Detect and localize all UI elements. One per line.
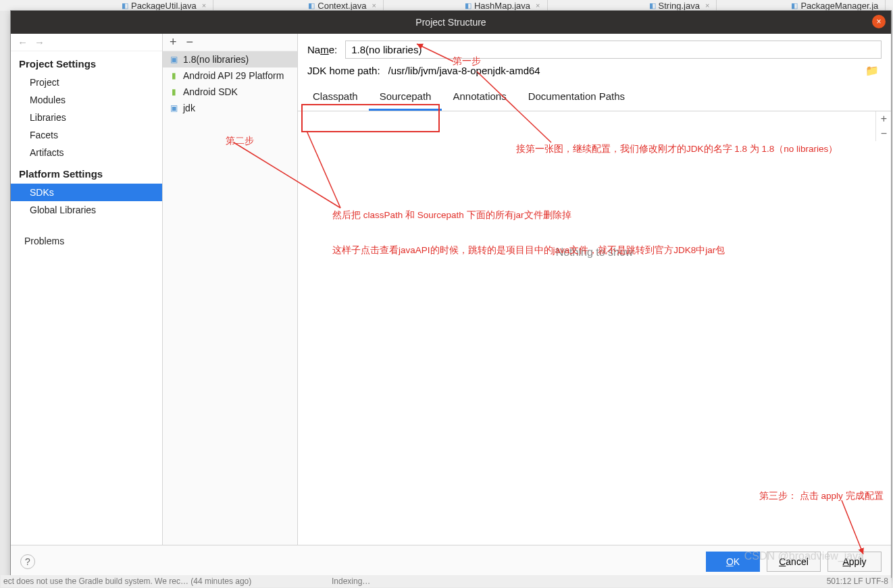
tab-sourcepath[interactable]: Sourcepath — [369, 84, 442, 111]
browse-path-button[interactable]: 📁 — [863, 64, 882, 77]
nav-forward-icon[interactable]: → — [34, 36, 45, 48]
sdk-name-input[interactable] — [345, 41, 882, 59]
project-structure-dialog: Project Structure × ← → Project Settings… — [10, 10, 892, 578]
close-icon[interactable]: × — [705, 1, 709, 9]
add-sdk-button[interactable]: + — [170, 35, 177, 49]
nothing-to-show-label: Nothing to show — [298, 246, 891, 259]
remove-sdk-button[interactable]: − — [186, 35, 194, 49]
background-status-bar: ect does not use the Gradle build system… — [1, 575, 891, 587]
sdk-item[interactable]: ▮Android SDK — [163, 84, 297, 100]
editor-tab[interactable]: ◧PackageManager.ja — [784, 0, 886, 11]
sdk-tabs: Classpath Sourcepath Annotations Documen… — [298, 84, 891, 111]
nav-global-libraries[interactable]: Global Libraries — [11, 201, 162, 219]
help-button[interactable]: ? — [20, 554, 35, 569]
titlebar: Project Structure × — [11, 11, 891, 34]
java-file-icon: ◧ — [465, 1, 471, 10]
sdk-detail-panel: Name: JDK home path: 📁 Classpath Sourcep… — [298, 34, 891, 545]
remove-entry-button[interactable]: − — [876, 126, 892, 141]
close-icon[interactable]: × — [536, 1, 540, 9]
android-icon: ▮ — [168, 71, 179, 80]
jdk-home-path-input[interactable] — [388, 65, 854, 76]
ok-button[interactable]: OK — [706, 552, 760, 572]
nav-libraries[interactable]: Libraries — [11, 109, 162, 126]
dialog-title: Project Structure — [415, 17, 486, 28]
nav-back-icon[interactable]: ← — [18, 36, 28, 48]
add-entry-button[interactable]: + — [876, 111, 892, 126]
name-label: Name: — [307, 44, 337, 55]
folder-icon: ▣ — [168, 55, 179, 64]
nav-modules[interactable]: Modules — [11, 91, 162, 109]
sdk-list-panel: + − ▣1.8(no libraries) ▮Android API 29 P… — [163, 34, 298, 545]
nav-problems[interactable]: Problems — [11, 232, 162, 250]
editor-tabs: ◧PackageUtil.java× ◧Context.java× ◧HashM… — [0, 0, 893, 11]
editor-tab[interactable]: ◧String.java× — [642, 0, 717, 11]
sdk-item[interactable]: ▣1.8(no libraries) — [163, 51, 297, 68]
jdk-home-path-label: JDK home path: — [307, 65, 380, 76]
close-button[interactable]: × — [872, 15, 886, 28]
folder-icon: ▣ — [168, 103, 179, 113]
android-icon: ▮ — [168, 87, 179, 97]
editor-tab[interactable]: ◧PackageUtil.java× — [115, 0, 213, 11]
tab-documentation-paths[interactable]: Documentation Paths — [517, 84, 636, 111]
java-file-icon: ◧ — [791, 1, 798, 10]
tab-classpath[interactable]: Classpath — [302, 84, 369, 111]
java-file-icon: ◧ — [122, 1, 128, 10]
cancel-button[interactable]: Cancel — [767, 552, 821, 572]
close-icon[interactable]: × — [202, 1, 206, 9]
editor-tab[interactable]: ◧HashMap.java× — [458, 0, 548, 11]
java-file-icon: ◧ — [308, 1, 315, 10]
tab-annotations[interactable]: Annotations — [442, 84, 517, 111]
nav-sdks[interactable]: SDKs — [11, 184, 162, 201]
nav-project[interactable]: Project — [11, 74, 162, 91]
java-file-icon: ◧ — [649, 1, 656, 10]
settings-sidebar: ← → Project Settings Project Modules Lib… — [11, 34, 163, 545]
nav-facets[interactable]: Facets — [11, 126, 162, 144]
sdk-item[interactable]: ▮Android API 29 Platform — [163, 68, 297, 84]
nav-artifacts[interactable]: Artifacts — [11, 144, 162, 161]
section-platform-settings: Platform Settings — [11, 161, 162, 184]
tab-content: + − Nothing to show — [298, 111, 891, 545]
editor-tab[interactable]: ◧Context.java× — [301, 0, 384, 11]
dialog-footer: ? OK Cancel Apply — [11, 545, 891, 577]
sdk-item[interactable]: ▣jdk — [163, 100, 297, 116]
section-project-settings: Project Settings — [11, 51, 162, 74]
close-icon[interactable]: × — [372, 1, 376, 9]
apply-button[interactable]: Apply — [827, 552, 882, 572]
